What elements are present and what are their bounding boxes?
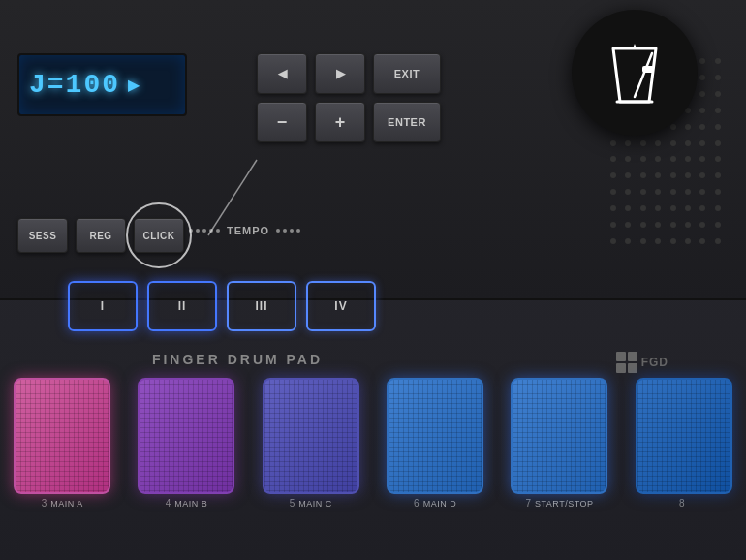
drum-pads: 3 MAIN A 4 MAIN B 5 MAIN C [0,378,746,509]
pad-num-5: 5 [290,498,295,509]
display-screen: J=100 ▶ [17,53,187,116]
pad-name-4: MAIN B [174,499,207,509]
nav-row-top: ◀ ▶ EXIT [257,53,441,94]
svg-rect-2 [642,66,654,73]
pad-wrapper-7: 7 START/STOP [497,378,621,509]
nav-buttons-group: ◀ ▶ EXIT − + ENTER [257,53,441,142]
pad-name-3: MAIN A [50,499,83,509]
drum-pad-8[interactable] [636,378,732,494]
bank-button-3[interactable]: III [227,281,296,331]
pad-wrapper-4: 4 MAIN B [124,378,248,509]
pad-num-8: 8 [679,498,685,509]
bank-button-1[interactable]: I [68,281,138,331]
metronome-icon [606,39,664,107]
bank-buttons-group: I II III IV [68,281,376,331]
pad-num-7: 7 [525,498,531,509]
click-button[interactable]: CLICK [134,218,184,253]
metronome-circle [572,10,698,136]
dashed-line: TEMPO [189,225,300,236]
pad-wrapper-8: 8 [622,378,746,509]
fgd-text: FGD [641,356,668,369]
drum-pad-5[interactable] [263,378,359,494]
svg-marker-4 [633,44,637,48]
nav-row-bottom: − + ENTER [257,102,441,142]
small-buttons-group: SESS REG CLICK [17,218,184,253]
fgd-logo: FGD [616,352,668,373]
nav-right-button[interactable]: ▶ [315,53,365,94]
device-body: J=100 ▶ ◀ ▶ EXIT − + ENTER SESS REG CLIC… [0,0,746,560]
drum-pad-3[interactable] [14,378,110,494]
bank-button-2[interactable]: II [147,281,217,331]
minus-button[interactable]: − [257,102,307,142]
pad-name-7: START/STOP [535,499,594,509]
tempo-label: TEMPO [223,225,273,236]
pad-num-6: 6 [414,498,420,509]
bank-button-4[interactable]: IV [306,281,376,331]
enter-button[interactable]: ENTER [373,102,441,142]
pad-num-4: 4 [166,498,171,509]
pad-wrapper-6: 6 MAIN D [373,378,497,509]
sess-button[interactable]: SESS [17,218,68,253]
fgd-icon [616,352,637,373]
pad-wrapper-3: 3 MAIN A [0,378,124,509]
drum-pad-7[interactable] [511,378,607,494]
pad-num-3: 3 [42,498,47,509]
drum-pad-4[interactable] [138,378,234,494]
tempo-display: J=100 [29,70,120,100]
drum-pad-6[interactable] [387,378,483,494]
reg-button[interactable]: REG [76,218,126,253]
finger-drum-label: FINGER DRUM PAD [0,352,475,367]
pad-name-6: MAIN D [423,499,457,509]
plus-button[interactable]: + [315,102,365,142]
nav-left-button[interactable]: ◀ [257,53,307,94]
tempo-line-area: TEMPO [189,225,300,236]
click-button-wrapper: CLICK [134,218,184,253]
exit-button[interactable]: EXIT [373,53,441,94]
pad-name-5: MAIN C [298,499,332,509]
display-play-arrow: ▶ [128,76,140,94]
pad-wrapper-5: 5 MAIN C [249,378,373,509]
